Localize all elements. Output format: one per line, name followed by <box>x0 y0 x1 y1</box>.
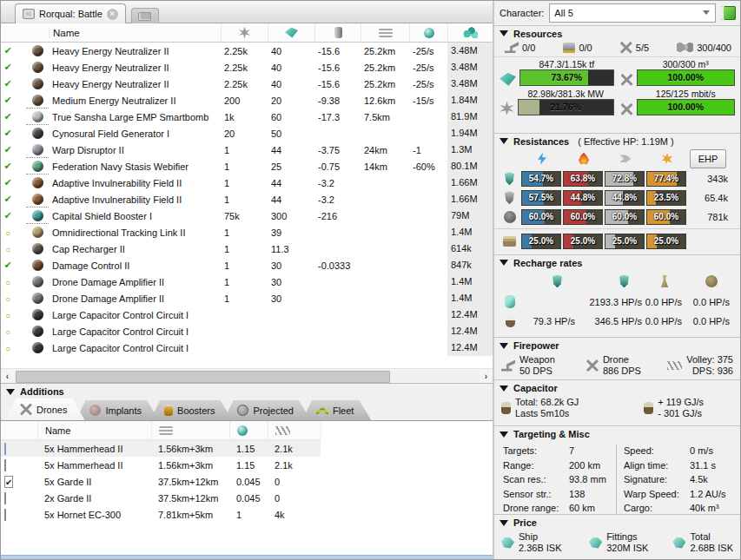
module-row[interactable]: Cynosural Field Generator I 20 50 1.94M <box>1 125 493 142</box>
armor-ehp: 65.4k <box>688 193 740 203</box>
horizontal-scrollbar: ‹ › <box>1 368 493 383</box>
module-price: 847k <box>447 257 493 273</box>
module-row[interactable]: Large Capacitor Control Circuit I 12.4M <box>1 339 493 356</box>
module-state-toggle[interactable] <box>1 45 15 56</box>
powergrid-column-header[interactable] <box>221 23 268 42</box>
module-state-toggle[interactable] <box>1 194 15 205</box>
cap-per-sec-column-header[interactable] <box>409 23 447 42</box>
scrollbar-thumb[interactable] <box>16 371 390 383</box>
module-icon <box>26 142 49 158</box>
drone-row[interactable]: 5x Hammerhead II 1.56km+3km 1.15 2.1k <box>1 440 321 457</box>
drone-active-checkbox[interactable] <box>4 443 6 455</box>
module-state-toggle[interactable] <box>1 210 15 221</box>
module-state-toggle[interactable] <box>1 293 15 304</box>
tab-fleet[interactable]: Fleet <box>302 400 371 420</box>
drone-active-checkbox[interactable] <box>4 509 6 521</box>
drone-row[interactable]: 2x Garde II 37.5km+12km 0.045 0 <box>1 490 321 506</box>
module-row[interactable]: Capital Shield Booster I 75k 300 -216 79… <box>1 208 493 224</box>
module-state-toggle[interactable] <box>1 177 15 188</box>
drone-row[interactable]: 5x Hornet EC-300 7.81km+5km 1 4k <box>1 506 321 523</box>
scroll-right-button[interactable]: › <box>480 369 493 383</box>
close-tab-icon[interactable]: ✕ <box>107 9 118 20</box>
shield-resist-row: 54.7% 63.8% 72.8% 77.4% 343k <box>494 169 740 188</box>
module-row[interactable]: Large Capacitor Control Circuit I 12.4M <box>1 306 493 323</box>
targeting-title: Targeting & Misc <box>513 429 590 439</box>
collapse-triangle-icon[interactable] <box>500 343 508 349</box>
cap-use-column-header[interactable] <box>314 23 361 42</box>
module-row[interactable]: Large Capacitor Control Circuit I 12.4M <box>1 323 493 339</box>
module-state-toggle[interactable] <box>1 78 15 89</box>
character-dropdown[interactable]: All 5 <box>549 3 716 23</box>
turret-hardpoints-icon <box>505 42 519 53</box>
powergrid-bar: 21.76% <box>518 99 614 115</box>
module-state-toggle[interactable] <box>1 227 15 238</box>
module-row[interactable]: Drone Damage Amplifier II 1 30 1.4M <box>1 290 493 306</box>
drone-tracking-header[interactable] <box>229 421 268 439</box>
module-row[interactable]: Heavy Energy Neutralizer II 2.25k 40 -15… <box>1 43 493 59</box>
module-row[interactable]: True Sansha Large EMP Smartbomb 1k 60 -1… <box>1 109 493 125</box>
module-state-toggle[interactable] <box>1 111 15 122</box>
module-row[interactable]: Omnidirectional Tracking Link II 1 39 1.… <box>1 224 493 240</box>
collapse-triangle-icon[interactable] <box>500 30 508 36</box>
module-row[interactable]: Medium Energy Neutralizer II 200 20 -9.3… <box>1 92 493 109</box>
range-column-header[interactable] <box>361 23 409 42</box>
price-column-header[interactable] <box>447 23 493 42</box>
tab-drones[interactable]: Drones <box>6 399 84 420</box>
module-row[interactable]: Warp Disruptor II 1 44 -3.75 24km -1 1.3… <box>1 142 493 158</box>
module-state-toggle[interactable] <box>1 343 15 353</box>
collapse-triangle-icon[interactable] <box>500 520 508 526</box>
module-row[interactable]: Damage Control II 1 30 -0.0333 847k <box>1 257 493 273</box>
module-row[interactable]: Heavy Energy Neutralizer II 2.25k 40 -15… <box>1 59 493 76</box>
module-row[interactable]: Adaptive Invulnerability Field II 1 44 -… <box>1 191 493 208</box>
module-row[interactable]: Heavy Energy Neutralizer II 2.25k 40 -15… <box>1 76 493 92</box>
new-tab-button[interactable] <box>131 8 159 23</box>
drone-ammo-header[interactable] <box>268 421 321 439</box>
drone-row[interactable]: 5x Garde II 37.5km+12km 0.045 0 <box>1 473 321 490</box>
name-column-header[interactable]: Name <box>49 28 221 38</box>
drones-active-icon <box>620 42 632 54</box>
module-state-toggle[interactable] <box>1 62 15 73</box>
collapse-triangle-icon[interactable] <box>500 138 508 144</box>
collapse-triangle-icon[interactable] <box>6 389 15 395</box>
drone-name-header[interactable]: Name <box>37 421 151 439</box>
collapse-triangle-icon[interactable] <box>500 260 508 266</box>
collapse-triangle-icon[interactable] <box>500 385 508 392</box>
module-row[interactable]: Federation Navy Stasis Webifier 1 25 -0.… <box>1 158 493 175</box>
cpu-column-header[interactable] <box>268 23 314 42</box>
ehp-button[interactable]: EHP <box>690 149 726 168</box>
module-state-toggle[interactable] <box>1 326 15 337</box>
module-state-toggle[interactable] <box>1 277 15 287</box>
scroll-left-button[interactable]: ‹ <box>1 369 14 383</box>
drone-row[interactable]: 5x Hammerhead II 1.56km+3km 1.15 2.1k <box>1 457 321 473</box>
drone-active-checkbox[interactable] <box>4 459 6 471</box>
module-cpu: 44 <box>268 194 314 205</box>
character-editor-button[interactable] <box>721 6 736 20</box>
tab-boosters[interactable]: Boosters <box>150 400 232 420</box>
module-row[interactable]: Cap Recharger II 1 11.3 614k <box>1 240 493 257</box>
drone-name: 5x Hammerhead II <box>37 444 151 454</box>
peak-armor-repair: 0.0 HP/s <box>642 297 682 307</box>
module-price: 1.66M <box>447 175 493 191</box>
drone-range-header[interactable] <box>151 421 229 439</box>
drone-active-checkbox[interactable] <box>4 492 6 504</box>
price-header: Price <box>494 515 740 530</box>
module-row[interactable]: Drone Damage Amplifier II 1 30 1.4M <box>1 273 493 290</box>
bandwidth-resource: 125/125 mbit/s 100.00% <box>621 89 736 115</box>
module-state-toggle[interactable] <box>1 128 15 139</box>
fit-tab[interactable]: Rorqual: Battle ✕ <box>15 3 126 23</box>
module-price: 12.4M <box>447 339 493 356</box>
module-row[interactable]: Adaptive Invulnerability Field II 1 44 -… <box>1 175 493 191</box>
drone-active-checkbox[interactable] <box>4 476 13 488</box>
collapse-triangle-icon[interactable] <box>500 432 508 438</box>
tab-implants[interactable]: Implants <box>76 400 159 420</box>
module-state-toggle[interactable] <box>1 95 15 106</box>
module-state-toggle[interactable] <box>1 144 15 155</box>
tab-projected[interactable]: Projected <box>223 400 310 420</box>
module-state-toggle[interactable] <box>1 244 15 254</box>
module-state-toggle[interactable] <box>1 260 15 271</box>
scrollbar-track[interactable] <box>14 370 480 382</box>
module-icon <box>26 43 49 59</box>
module-state-toggle[interactable] <box>1 161 15 172</box>
module-state-toggle[interactable] <box>1 310 15 320</box>
damage-profile-row: 25.0% 25.0% 25.0% 25.0% <box>494 228 740 251</box>
